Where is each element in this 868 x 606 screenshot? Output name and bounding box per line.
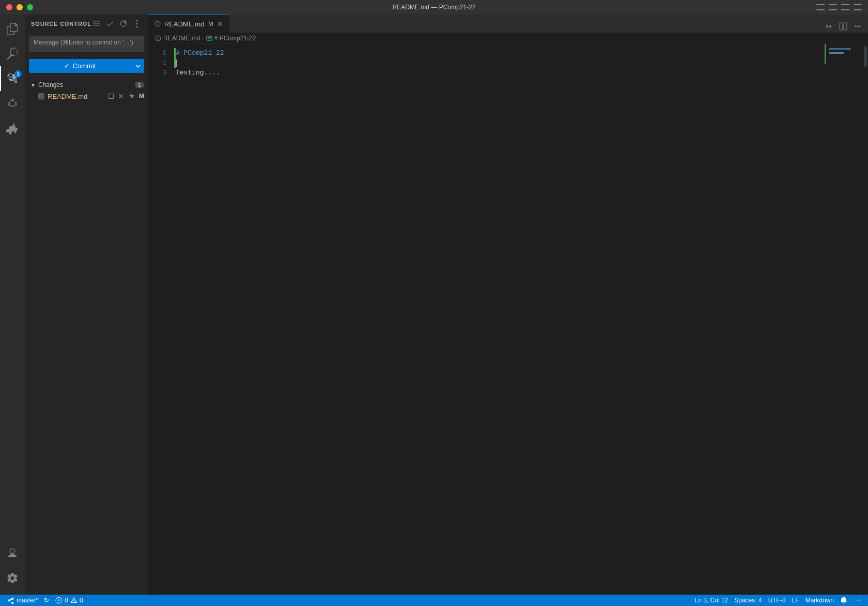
sidebar-header: Source Control [25,14,148,33]
activity-bar: 1 [0,14,25,595]
status-branch[interactable]: master* [4,595,41,606]
activity-item-source-control[interactable]: 1 [0,66,25,91]
code-line-3: Testing.... [176,68,827,78]
titlebar-actions [816,4,862,10]
layout-icon-3[interactable] [841,4,849,10]
main-layout: 1 Source Control [0,14,868,595]
activity-bottom [0,541,25,595]
warning-count: 0 [80,597,83,604]
changes-header[interactable]: ▼ Changes 1 [25,79,148,90]
svg-point-4 [136,23,138,24]
toggle-layout-icon[interactable] [837,20,849,33]
layout-icon-2[interactable] [829,4,837,10]
code-line-2 [174,58,827,68]
breadcrumb-file-icon: i [155,35,161,41]
close-button[interactable] [6,4,12,10]
file-status-badge: M [139,93,144,100]
svg-point-5 [136,26,138,27]
file-actions [107,92,136,100]
tab-close-button[interactable] [216,20,224,28]
svg-text:i: i [158,36,159,41]
status-line-ending[interactable]: LF [789,595,802,606]
status-broadcast-icon[interactable] [850,595,864,606]
commit-message-input[interactable] [29,36,144,52]
code-line-1: # PComp21-22 [174,48,827,58]
svg-rect-12 [844,23,847,30]
line-numbers: 1 2 3 [149,44,172,595]
activity-item-extensions[interactable] [0,116,25,141]
code-token: Testing.... [176,68,220,78]
breadcrumb-item-heading[interactable]: # PComp21-22 [214,35,256,42]
status-notifications-icon[interactable] [837,595,850,606]
tab-bar: i README.md M [149,14,868,33]
status-cursor-position[interactable]: Ln 3, Col 12 [692,595,732,606]
activity-item-run-debug[interactable] [0,91,25,116]
status-bar: master* ↻ 0 0 Ln 3, Col 12 Spaces: 4 UTF… [0,595,868,606]
commit-dropdown-button[interactable] [131,59,144,73]
activity-item-explorer[interactable] [0,17,25,41]
minimap-line-3 [829,52,844,54]
minimize-button[interactable] [17,4,23,10]
commit-check-icon: ✓ [64,62,70,70]
activity-item-account[interactable] [0,541,25,566]
status-encoding[interactable]: UTF-8 [765,595,789,606]
code-editor[interactable]: # PComp21-22 Testing.... [172,44,827,595]
layout-icon-4[interactable] [854,4,862,10]
minimap-content [827,44,868,58]
commit-button-area: ✓ Commit [25,57,148,77]
svg-point-0 [9,76,11,78]
discard-changes-icon[interactable] [117,92,126,100]
code-token: # PComp21-22 [176,48,224,58]
open-file-icon[interactable] [107,92,115,100]
minimap-line-2 [829,50,831,52]
svg-text:i: i [157,22,158,26]
tab-bar-actions [818,20,868,33]
file-name: README.md [48,93,105,100]
error-count: 0 [65,597,68,604]
breadcrumb-item-file[interactable]: README.md [163,35,200,42]
svg-point-23 [73,602,74,602]
changes-label: Changes [38,81,135,88]
view-history-button[interactable] [91,19,102,29]
tab-readme[interactable]: i README.md M [149,14,230,33]
activity-item-settings[interactable] [0,566,25,590]
layout-icon-1[interactable] [816,4,825,10]
split-editor-icon[interactable] [823,20,835,33]
svg-point-1 [15,81,17,83]
minimap [827,44,868,595]
refresh-button[interactable] [118,19,129,29]
source-control-sidebar: Source Control ✓ [25,14,149,595]
commit-message-area [25,33,148,57]
titlebar: README.md — PComp21-22 [0,0,868,14]
source-control-badge: 1 [14,70,22,78]
changes-section: ▼ Changes 1 i README.md [25,77,148,104]
maximize-button[interactable] [27,4,33,10]
editor-more-actions-icon[interactable] [851,20,864,33]
sync-icon: ↻ [44,597,49,604]
svg-rect-11 [840,23,843,30]
tab-label: README.md [164,20,204,28]
window-title: README.md — PComp21-22 [393,4,476,11]
svg-rect-18 [207,36,212,40]
svg-point-14 [857,26,859,27]
status-language[interactable]: Markdown [802,595,837,606]
status-errors[interactable]: 0 0 [52,595,86,606]
check-all-button[interactable] [105,19,115,29]
tab-modified-indicator: M [208,21,213,27]
svg-point-15 [859,26,861,27]
list-item[interactable]: i README.md M [25,90,148,102]
changes-count: 1 [135,82,144,88]
sidebar-title: Source Control [31,21,91,27]
minimap-scrollbar[interactable] [864,46,867,67]
file-type-icon: i [37,92,45,100]
breadcrumb-item-symbol-icon [206,35,212,41]
branch-name: master* [17,597,38,604]
status-spaces[interactable]: Spaces: 4 [731,595,765,606]
svg-point-13 [855,26,857,27]
stage-changes-icon[interactable] [128,92,136,100]
more-actions-button[interactable] [132,19,142,29]
traffic-lights [6,4,33,10]
commit-button[interactable]: ✓ Commit [29,59,131,73]
status-sync[interactable]: ↻ [41,595,52,606]
activity-item-search[interactable] [0,41,25,66]
